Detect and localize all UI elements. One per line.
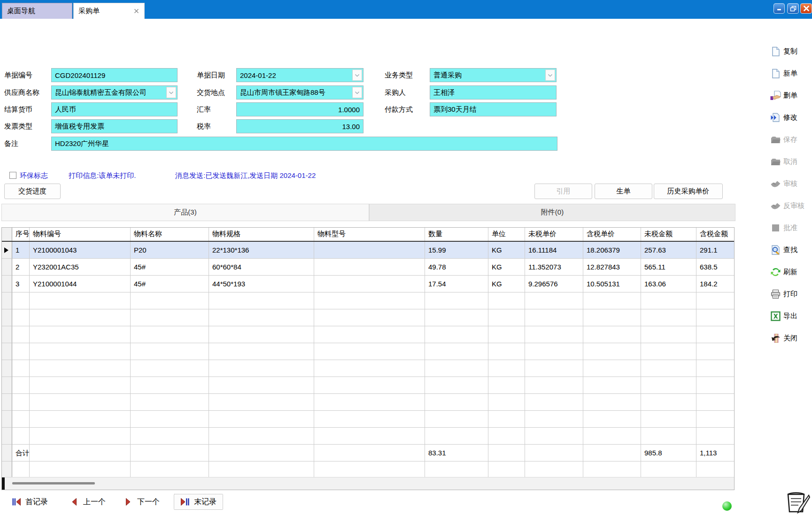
table-cell bbox=[641, 326, 696, 343]
table-row[interactable] bbox=[2, 377, 734, 394]
table-cell bbox=[314, 292, 425, 309]
doc-date-field[interactable]: 2024-01-22 bbox=[236, 68, 363, 82]
table-row[interactable] bbox=[2, 309, 734, 326]
table-cell bbox=[425, 428, 488, 445]
table-row[interactable] bbox=[2, 411, 734, 428]
table-row[interactable] bbox=[2, 461, 734, 478]
tab-purchase-order[interactable]: 采购单 bbox=[73, 3, 145, 19]
table-cell: 3 bbox=[12, 276, 30, 292]
row-selector[interactable] bbox=[2, 259, 12, 276]
chevron-down-icon[interactable] bbox=[352, 69, 362, 81]
reverse-audit-icon bbox=[770, 200, 781, 211]
exchange-rate-field[interactable]: 1.0000 bbox=[236, 102, 363, 116]
tab-desktop-nav[interactable]: 桌面导航 bbox=[2, 3, 72, 19]
table-cell bbox=[641, 394, 696, 411]
table-row[interactable]: 3Y210000104445#44*50*19317.54KG9.2965761… bbox=[2, 276, 734, 292]
copy-document-icon bbox=[770, 46, 781, 57]
row-selector[interactable] bbox=[2, 292, 12, 309]
sidebar-button-export[interactable]: 导出 bbox=[770, 305, 812, 327]
table-cell bbox=[314, 445, 425, 461]
table-cell bbox=[12, 292, 30, 309]
tab-attachments[interactable]: 附件(0) bbox=[369, 204, 735, 221]
table-cell: 163.06 bbox=[641, 276, 696, 292]
message-info: 消息发送:已发送魏新江,发送日期 2024-01-22 bbox=[175, 171, 316, 180]
table-row[interactable]: 1Y2100001043P2022*130*13615.99KG16.11184… bbox=[2, 242, 734, 259]
delivery-progress-button[interactable]: 交货进度 bbox=[4, 184, 61, 199]
table-cell bbox=[583, 377, 641, 394]
column-header: 物料名称 bbox=[131, 228, 209, 241]
minimize-icon[interactable] bbox=[773, 3, 785, 14]
row-selector[interactable] bbox=[2, 326, 12, 343]
sidebar-button-refresh[interactable]: 刷新 bbox=[770, 261, 812, 283]
doc-no-label: 单据编号 bbox=[4, 68, 32, 82]
history-price-button[interactable]: 历史采购单价 bbox=[654, 184, 723, 199]
biz-type-field[interactable]: 普通采购 bbox=[430, 68, 557, 82]
table-cell: KG bbox=[488, 259, 525, 276]
table-row[interactable] bbox=[2, 428, 734, 445]
restore-icon[interactable] bbox=[787, 3, 799, 14]
table-cell bbox=[30, 411, 131, 428]
table-cell bbox=[131, 445, 209, 461]
nav-prev-record[interactable]: 上一个 bbox=[70, 494, 106, 510]
nav-next-record[interactable]: 下一个 bbox=[124, 494, 160, 510]
row-selector[interactable] bbox=[2, 377, 12, 394]
table-row[interactable] bbox=[2, 326, 734, 343]
eco-checkbox[interactable] bbox=[9, 172, 16, 179]
chevron-down-icon[interactable] bbox=[545, 69, 555, 81]
remark-field[interactable]: HD2320广州华星 bbox=[51, 137, 557, 151]
column-header: 数量 bbox=[425, 228, 488, 241]
row-selector[interactable] bbox=[2, 411, 12, 428]
sidebar-button-modify[interactable]: 修改 bbox=[770, 107, 812, 129]
row-selector[interactable] bbox=[2, 343, 12, 360]
close-tab-icon[interactable] bbox=[133, 8, 139, 14]
table-cell: KG bbox=[488, 242, 525, 259]
row-selector[interactable] bbox=[2, 242, 12, 259]
row-selector[interactable] bbox=[2, 394, 12, 411]
row-selector[interactable] bbox=[2, 461, 12, 478]
table-cell bbox=[696, 360, 735, 377]
sidebar-button-print[interactable]: 打印 bbox=[770, 283, 812, 305]
generate-button[interactable]: 生单 bbox=[595, 184, 652, 199]
row-selector[interactable] bbox=[2, 309, 12, 326]
scrollbar-edge-marker bbox=[2, 477, 5, 490]
sidebar-button-new[interactable]: 新单 bbox=[770, 62, 812, 85]
row-selector[interactable] bbox=[2, 360, 12, 377]
table-cell bbox=[583, 326, 641, 343]
table-row[interactable] bbox=[2, 360, 734, 377]
table-row[interactable]: 2Y232001AC3545#60*60*8449.78KG11.3520731… bbox=[2, 259, 734, 276]
payment-field[interactable]: 票到30天月结 bbox=[430, 102, 557, 116]
table-cell: 291.1 bbox=[696, 242, 735, 259]
payment-label: 付款方式 bbox=[385, 102, 413, 116]
close-window-icon[interactable] bbox=[800, 3, 812, 14]
nav-last-record[interactable]: 末记录 bbox=[174, 494, 223, 510]
chevron-down-icon[interactable] bbox=[166, 87, 176, 98]
row-selector[interactable] bbox=[2, 276, 12, 292]
scrollbar-thumb[interactable] bbox=[12, 482, 95, 484]
tax-rate-field[interactable]: 13.00 bbox=[236, 119, 363, 133]
table-cell: 83.31 bbox=[425, 445, 488, 461]
sidebar-button-find[interactable]: 查找 bbox=[770, 239, 812, 261]
doc-no-field[interactable]: CGD202401129 bbox=[51, 68, 178, 82]
table-cell bbox=[425, 394, 488, 411]
chevron-down-icon[interactable] bbox=[352, 87, 362, 98]
table-cell bbox=[209, 411, 314, 428]
table-cell bbox=[12, 394, 30, 411]
table-row[interactable] bbox=[2, 343, 734, 360]
table-row[interactable] bbox=[2, 394, 734, 411]
invoice-type-field[interactable]: 增值税专用发票 bbox=[51, 119, 178, 133]
supplier-field[interactable]: 昆山锦泰航精密五金有限公司 bbox=[51, 85, 178, 100]
delivery-place-field[interactable]: 昆山市周市镇王家甸路88号 bbox=[236, 85, 363, 100]
horizontal-scrollbar[interactable] bbox=[2, 477, 734, 490]
purchaser-field[interactable]: 王相泽 bbox=[430, 85, 557, 100]
table-row[interactable] bbox=[2, 292, 734, 309]
sidebar-button-close[interactable]: 关闭 bbox=[770, 327, 812, 349]
sidebar-button-copy[interactable]: 复制 bbox=[770, 40, 812, 62]
currency-field[interactable]: 人民币 bbox=[51, 102, 178, 116]
product-grid[interactable]: 序号物料编号物料名称物料规格物料型号数量单位未税单价含税单价未税金额含税金额1Y… bbox=[1, 227, 735, 490]
tab-products[interactable]: 产品(3) bbox=[1, 204, 369, 221]
sidebar-button-delete[interactable]: 删单 bbox=[770, 85, 812, 107]
tab-products-label: 产品(3) bbox=[174, 208, 196, 217]
nav-first-record[interactable]: 首记录 bbox=[12, 494, 48, 510]
row-selector[interactable] bbox=[2, 428, 12, 445]
prev-record-icon bbox=[70, 498, 79, 506]
